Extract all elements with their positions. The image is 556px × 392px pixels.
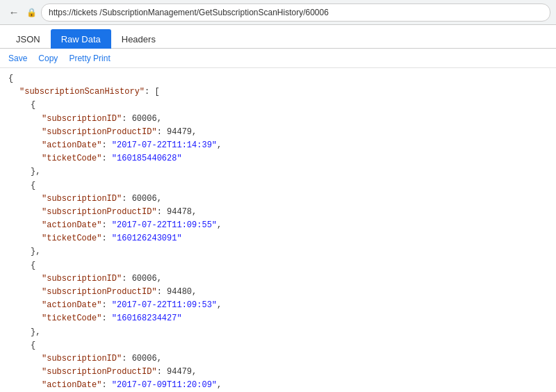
json-line: "ticketCode": "160126243091" <box>8 232 548 245</box>
address-bar: ← 🔒 https://tickets /SubscriptionManagem… <box>0 0 556 25</box>
json-line: }, <box>8 165 548 179</box>
copy-button[interactable]: Copy <box>35 52 60 65</box>
json-line: { <box>8 72 548 85</box>
tab-headers[interactable]: Headers <box>111 29 166 49</box>
tab-json[interactable]: JSON <box>6 29 51 49</box>
json-line: "subscriptionID": 60006, <box>8 352 548 366</box>
toolbar: Save Copy Pretty Print <box>0 49 556 68</box>
pretty-print-button[interactable]: Pretty Print <box>66 52 113 65</box>
json-line: { <box>8 339 548 352</box>
json-line: "subscriptionID": 60006, <box>8 113 548 126</box>
json-line: "subscriptionProductID": 94480, <box>8 286 548 299</box>
json-line: "subscriptionScanHistory": [ <box>8 85 548 99</box>
json-line: "actionDate": "2017-07-22T11:09:53", <box>8 299 548 312</box>
json-line: "actionDate": "2017-07-09T11:20:09", <box>8 379 548 392</box>
url-text: https://tickets /SubscriptionManagement/… <box>49 8 329 17</box>
tab-rawdata[interactable]: Raw Data <box>51 29 111 49</box>
lock-icon: 🔒 <box>26 8 37 17</box>
tabs-bar: JSON Raw Data Headers <box>0 25 556 49</box>
json-line: "actionDate": "2017-07-22T11:09:55", <box>8 219 548 232</box>
json-line: "subscriptionID": 60006, <box>8 272 548 286</box>
json-line: { <box>8 99 548 112</box>
json-line: }, <box>8 245 548 259</box>
json-line: "subscriptionProductID": 94479, <box>8 126 548 139</box>
json-line: "subscriptionProductID": 94478, <box>8 206 548 219</box>
json-line: "actionDate": "2017-07-22T11:14:39", <box>8 139 548 152</box>
json-line: { <box>8 179 548 193</box>
json-line: "subscriptionProductID": 94479, <box>8 366 548 379</box>
save-button[interactable]: Save <box>6 52 30 65</box>
json-line: }, <box>8 326 548 339</box>
json-content: { "subscriptionScanHistory": [ { "subscr… <box>0 68 556 392</box>
json-line: { <box>8 259 548 272</box>
json-line: "subscriptionID": 60006, <box>8 193 548 206</box>
url-bar[interactable]: https://tickets /SubscriptionManagement/… <box>41 3 550 22</box>
json-line: "ticketCode": "160185440628" <box>8 152 548 165</box>
back-button[interactable]: ← <box>6 4 22 21</box>
json-line: "ticketCode": "160168234427" <box>8 312 548 325</box>
